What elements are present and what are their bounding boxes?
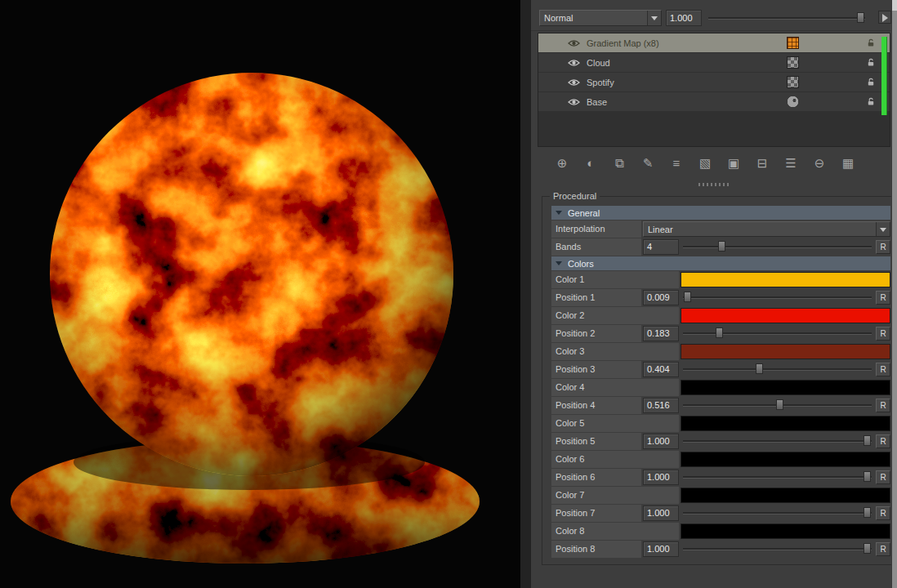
unlock-icon[interactable]	[866, 58, 876, 69]
position-value[interactable]: 1.000	[643, 434, 679, 449]
color-swatch[interactable]	[681, 308, 890, 323]
color-row: Color 1	[551, 271, 890, 288]
position-value[interactable]: 0.009	[643, 290, 679, 305]
position-value[interactable]: 0.404	[643, 362, 679, 377]
unlock-icon[interactable]	[866, 97, 876, 109]
position-slider[interactable]	[682, 361, 872, 378]
color-swatch[interactable]	[681, 380, 890, 395]
position-slider[interactable]	[682, 469, 872, 486]
3d-viewport[interactable]	[0, 0, 520, 588]
visibility-eye-icon[interactable]	[568, 59, 581, 67]
position-label: Position 7	[551, 505, 641, 522]
layer-stack-icon[interactable]: ☰	[781, 154, 801, 173]
layer-row[interactable]: Spotify	[538, 73, 890, 92]
slider-handle[interactable]	[864, 471, 871, 482]
position-row: Position 7 1.000 R	[551, 505, 890, 522]
position-slider[interactable]	[682, 541, 872, 558]
color-label: Color 5	[551, 415, 679, 432]
section-colors[interactable]: Colors	[551, 256, 890, 270]
layer-grid-icon[interactable]: ▦	[838, 154, 858, 173]
position-value[interactable]: 1.000	[643, 470, 679, 485]
reset-button[interactable]: R	[876, 399, 890, 412]
slider-handle[interactable]	[718, 241, 725, 252]
layer-row[interactable]: Gradient Map (x8)	[538, 33, 890, 53]
color-swatch[interactable]	[681, 416, 890, 431]
position-row: Position 1 0.009 R	[551, 289, 890, 306]
position-slider[interactable]	[682, 397, 872, 414]
position-label: Position 3	[551, 361, 641, 378]
slider-handle[interactable]	[684, 292, 691, 302]
color-swatch[interactable]	[681, 344, 890, 359]
reset-button[interactable]: R	[876, 470, 890, 484]
bands-row: Bands 4 R	[551, 238, 890, 256]
position-value[interactable]: 1.000	[643, 506, 679, 521]
section-general[interactable]: General	[551, 206, 890, 220]
layer-amount-field[interactable]: 1.000	[666, 10, 702, 26]
slider-handle[interactable]	[857, 12, 864, 23]
color-swatch[interactable]	[681, 452, 890, 467]
bands-value[interactable]: 4	[643, 239, 679, 255]
interpolation-row: Interpolation Linear	[551, 220, 890, 238]
position-value[interactable]: 0.516	[643, 398, 679, 413]
panel-splitter[interactable]	[520, 0, 531, 588]
position-slider[interactable]	[682, 289, 872, 306]
flyout-button[interactable]	[878, 11, 891, 24]
position-slider[interactable]	[682, 505, 872, 522]
color-label: Color 6	[551, 451, 679, 468]
position-slider[interactable]	[682, 433, 872, 450]
position-slider[interactable]	[682, 325, 872, 342]
position-row: Position 6 1.000 R	[551, 469, 890, 486]
duplicate-layer-icon[interactable]: ⧉	[609, 154, 629, 173]
blend-mode-dropdown[interactable]: Normal	[539, 10, 662, 26]
slider-handle[interactable]	[864, 435, 871, 446]
position-value[interactable]: 1.000	[643, 541, 679, 557]
add-graph-layer-icon[interactable]: ✎	[638, 154, 658, 173]
palette-splitter-handle[interactable]	[698, 183, 730, 186]
reset-button[interactable]: R	[876, 327, 890, 341]
interpolation-dropdown[interactable]: Linear	[643, 221, 890, 237]
add-adjustment-stack-icon[interactable]: ≡	[667, 154, 686, 173]
color-swatch[interactable]	[681, 272, 890, 287]
color-row: Color 4	[551, 379, 890, 396]
add-noise-layer-icon[interactable]: ▧	[695, 154, 715, 173]
slider-handle[interactable]	[716, 327, 723, 338]
reset-button[interactable]: R	[876, 542, 890, 556]
vertical-scrollbar[interactable]	[891, 0, 897, 588]
bands-slider[interactable]	[682, 238, 872, 256]
color-swatch[interactable]	[681, 488, 890, 503]
add-group-icon[interactable]: ▣	[724, 154, 743, 173]
color-row: Color 8	[551, 523, 890, 540]
visibility-eye-icon[interactable]	[568, 39, 581, 47]
layer-thumbnail[interactable]	[787, 76, 799, 88]
layer-amount-slider[interactable]	[707, 10, 866, 26]
color-row: Color 2	[551, 307, 890, 324]
shader-ball-preview	[0, 0, 520, 588]
reset-button[interactable]: R	[876, 291, 890, 305]
color-swatch[interactable]	[681, 523, 890, 539]
add-paint-layer-icon[interactable]: ⊕	[552, 154, 572, 173]
position-value[interactable]: 0.183	[643, 326, 679, 341]
layer-thumbnail[interactable]	[787, 96, 799, 108]
visibility-eye-icon[interactable]	[568, 98, 581, 106]
reset-button[interactable]: R	[876, 240, 890, 254]
merge-layers-icon[interactable]: ⊟	[752, 154, 772, 173]
layer-row[interactable]: Base	[538, 92, 890, 112]
layer-thumbnail[interactable]	[787, 56, 799, 69]
reset-button[interactable]: R	[876, 363, 890, 376]
reset-button[interactable]: R	[876, 506, 890, 520]
slider-handle[interactable]	[864, 507, 871, 518]
slider-handle[interactable]	[776, 399, 783, 410]
reset-button[interactable]: R	[876, 434, 890, 448]
layer-thumbnail[interactable]	[787, 37, 799, 49]
add-adjustment-layer-icon[interactable]: ◐	[581, 154, 600, 173]
color-row: Color 7	[551, 487, 890, 504]
bands-label: Bands	[551, 238, 641, 256]
unlock-icon[interactable]	[866, 78, 876, 89]
slider-handle[interactable]	[864, 543, 871, 554]
position-row: Position 5 1.000 R	[551, 433, 890, 450]
remove-layer-icon[interactable]: ⊖	[810, 154, 829, 173]
visibility-eye-icon[interactable]	[568, 78, 581, 87]
unlock-icon[interactable]	[866, 38, 876, 50]
slider-handle[interactable]	[756, 363, 763, 374]
layer-row[interactable]: Cloud	[538, 53, 890, 73]
